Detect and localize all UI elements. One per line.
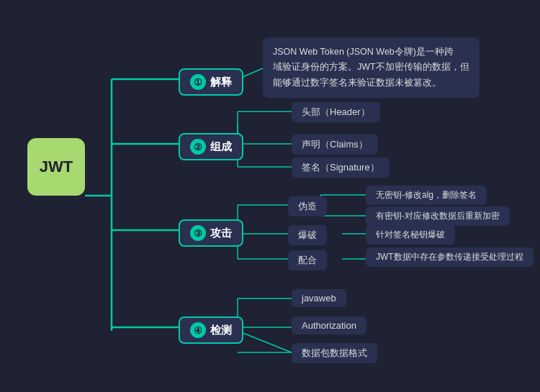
branch-1-label: ① 解释 — [179, 68, 243, 96]
branch-4-child-1: Authorization — [292, 316, 366, 334]
branch-4: ④ 检测 — [179, 316, 243, 344]
branch-2-child-0: 头部（Header） — [292, 102, 380, 122]
branch-3-sub-brute: 爆破 — [288, 225, 327, 245]
branch-3-forgery-0: 无密钥-修改alg，删除签名 — [366, 186, 487, 205]
branch-4-num: ④ — [190, 322, 206, 338]
branch-4-child-0: javaweb — [292, 289, 346, 307]
branch-3-forgery-1: 有密钥-对应修改数据后重新加密 — [366, 206, 510, 226]
branch-2-num: ② — [190, 139, 206, 155]
branch-3-label: ③ 攻击 — [179, 219, 243, 247]
branch-2-label: ② 组成 — [179, 133, 243, 160]
branch-1: ① 解释 — [179, 68, 243, 96]
svg-line-26 — [238, 331, 292, 352]
mind-map: JWT ① 解释 JSON Web Token (JSON Web令牌)是一种跨… — [0, 0, 540, 392]
central-label: JWT — [40, 158, 73, 176]
branch-3-num: ③ — [190, 225, 206, 241]
branch-3-combine-0: JWT数据中存在参数传递接受处理过程 — [366, 247, 534, 267]
branch-4-text: 检测 — [210, 324, 232, 337]
branch-3-text: 攻击 — [210, 227, 232, 240]
branch-3-sub-combine: 配合 — [288, 250, 327, 270]
branch-4-label: ④ 检测 — [179, 316, 243, 344]
branch-1-desc-text: JSON Web Token (JSON Web令牌)是一种跨域验证身份的方案。… — [273, 47, 469, 88]
branch-2-child-1: 声明（Claims） — [292, 135, 378, 155]
branch-1-desc: JSON Web Token (JSON Web令牌)是一种跨域验证身份的方案。… — [263, 37, 480, 98]
branch-3-brute-0: 针对签名秘钥爆破 — [366, 225, 455, 245]
central-node: JWT — [27, 138, 85, 196]
branch-2-text: 组成 — [210, 140, 232, 154]
branch-4-child-2: 数据包数据格式 — [292, 343, 377, 363]
branch-2-child-2: 签名（Signature） — [292, 158, 390, 178]
branch-1-text: 解释 — [210, 76, 232, 89]
branch-3-sub-forgery: 伪造 — [288, 196, 327, 216]
branch-3: ③ 攻击 — [179, 219, 243, 247]
branch-2: ② 组成 — [179, 133, 243, 160]
branch-1-num: ① — [190, 74, 206, 90]
